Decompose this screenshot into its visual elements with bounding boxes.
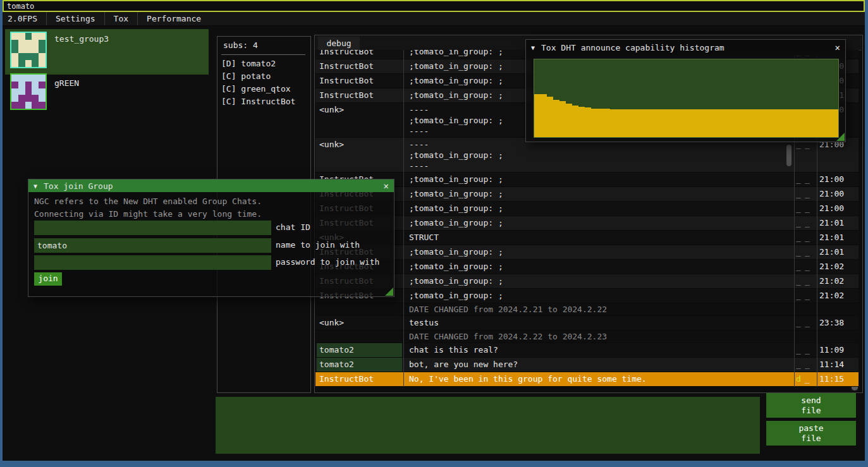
message-text: testus [406, 316, 792, 330]
collapse-arrow-icon[interactable]: ▼ [34, 183, 37, 190]
message-text: ;tomato_in_group: ; [406, 289, 792, 303]
histogram-bar [559, 101, 566, 137]
resize-grip[interactable] [385, 288, 393, 296]
message-row[interactable]: InstructBot;tomato_in_group: ;__21:00 [315, 202, 859, 216]
histogram-bar [711, 109, 718, 137]
message-row[interactable]: InstructBot;tomato_in_group: ;__21:02 [315, 289, 859, 303]
close-icon[interactable]: ✕ [384, 181, 389, 191]
message-flag: _ [796, 262, 805, 271]
message-flag: _ [805, 247, 814, 257]
join-name-label: name to join with [276, 240, 360, 250]
message-flag: _ [796, 174, 805, 184]
message-flag: _ [805, 360, 814, 369]
message-row[interactable]: InstructBot;tomato_in_group: ;__21:02 [315, 274, 859, 289]
message-text: No, I've been in this group for quite so… [406, 372, 792, 386]
group-list-item-test_group3[interactable]: test_group3 [5, 29, 209, 75]
window-title: tomato [7, 2, 34, 11]
message-row[interactable]: <unk>STRUCT__21:01 [315, 231, 859, 245]
dht-histogram-window-title: Tox DHT announce capability histogram [541, 43, 724, 52]
message-flag: _ [796, 360, 805, 369]
sender-name: InstructBot [317, 88, 402, 102]
send-file-button[interactable]: send file [766, 393, 856, 418]
message-flag: _ [805, 174, 814, 184]
message-flag: _ [805, 218, 814, 227]
histogram-bar [769, 109, 775, 137]
menu-item-performance[interactable]: Performance [138, 12, 210, 25]
member-list-item[interactable]: [D] tomato2 [221, 58, 308, 70]
histogram-bar [692, 109, 699, 137]
histogram-bar [750, 109, 756, 137]
histogram-bar [661, 109, 667, 137]
dht-histogram-window: ▼ Tox DHT announce capability histogram … [525, 39, 846, 142]
message-row[interactable]: <unk>---- ;tomato_in_group: ; ----__21:0… [315, 138, 859, 173]
histogram-bar [794, 109, 800, 137]
message-flags: __ [796, 231, 816, 246]
tab-debug[interactable]: debug [318, 37, 360, 50]
message-text: ;tomato_in_group: ; [406, 260, 792, 274]
histogram-bar [604, 109, 610, 137]
histogram-bar [566, 104, 572, 137]
message-flag: _ [805, 203, 814, 213]
join-group-window-titlebar[interactable]: ▼ Tox join Group ✕ [28, 179, 394, 192]
message-flags: __ [796, 343, 816, 359]
message-flags: __ [796, 274, 816, 290]
dht-histogram-window-titlebar[interactable]: ▼ Tox DHT announce capability histogram … [526, 40, 845, 55]
message-flag: d [796, 374, 805, 384]
message-row[interactable]: InstructBot;tomato_in_group: ;__21:00 [315, 187, 859, 202]
histogram-bar [686, 109, 692, 137]
menu-item-tox[interactable]: Tox [105, 12, 137, 25]
message-row[interactable]: InstructBot;tomato_in_group: ;__21:00 [315, 173, 859, 187]
message-row[interactable]: <unk>testus__23:38 [315, 316, 859, 331]
message-row[interactable]: InstructBot;tomato_in_group: ;__21:01 [315, 245, 859, 260]
chat-id-field[interactable] [34, 221, 271, 235]
member-list-item[interactable]: [C] green_qtox [221, 83, 308, 95]
message-flag: _ [796, 247, 805, 257]
paste-file-button[interactable]: paste file [766, 421, 856, 446]
histogram-bar [667, 109, 673, 137]
histogram-bar [623, 109, 629, 137]
join-name-field[interactable] [34, 238, 271, 253]
message-flag: _ [805, 189, 814, 198]
histogram-bar [737, 109, 743, 137]
group-list-item-green[interactable]: gREEN [5, 75, 209, 121]
histogram-bar [585, 107, 591, 137]
resize-grip[interactable] [836, 133, 845, 141]
member-list-item[interactable]: [C] potato [221, 70, 308, 83]
message-flag: _ [805, 262, 814, 271]
message-flags: __ [796, 216, 816, 232]
send-file-label: send [766, 396, 856, 406]
message-flag: _ [805, 374, 814, 384]
join-password-field[interactable] [34, 255, 271, 270]
sender-name: InstructBot [317, 50, 402, 59]
histogram-bar [781, 109, 788, 137]
message-row[interactable]: InstructBot;tomato_in_group: ;__21:02 [315, 260, 859, 274]
message-time: 11:15 [819, 372, 856, 388]
message-text: bot, are you new here? [406, 358, 792, 372]
message-flags: __ [796, 187, 816, 203]
join-button[interactable]: join [34, 272, 62, 286]
message-row[interactable]: tomato2bot, are you new here?__11:14 [315, 358, 859, 372]
collapse-arrow-icon[interactable]: ▼ [531, 44, 535, 51]
date-separator-row: DATE CHANGED from 2024.2.22 to 2024.2.23 [315, 331, 859, 343]
message-row[interactable]: InstructBotNo, I've been in this group f… [315, 372, 859, 387]
message-flag: _ [796, 318, 805, 327]
menu-item-settings[interactable]: Settings [47, 12, 104, 25]
message-text: ;tomato_in_group: ; [406, 274, 792, 288]
close-icon[interactable]: ✕ [835, 42, 840, 52]
histogram-bar [648, 109, 654, 137]
message-flags: __ [796, 173, 816, 188]
join-note-2: Connecting via ID might take a very long… [34, 209, 262, 219]
group-name: gREEN [54, 78, 79, 88]
message-row[interactable]: tomato2chat is this real?__11:09 [315, 343, 859, 358]
histogram-bar [597, 109, 604, 138]
message-time: 21:00 [819, 202, 856, 217]
histogram-bar [591, 109, 597, 138]
message-row[interactable]: InstructBot;tomato_in_group: ;__21:01 [315, 216, 859, 231]
member-list-item[interactable]: [C] InstructBot [221, 95, 308, 108]
cell-scrollbar[interactable] [786, 145, 792, 166]
message-flag: _ [805, 345, 814, 355]
histogram-bar [743, 109, 750, 137]
message-input[interactable] [216, 397, 760, 454]
message-flags: __ [796, 289, 816, 305]
message-time: 21:00 [819, 187, 856, 203]
